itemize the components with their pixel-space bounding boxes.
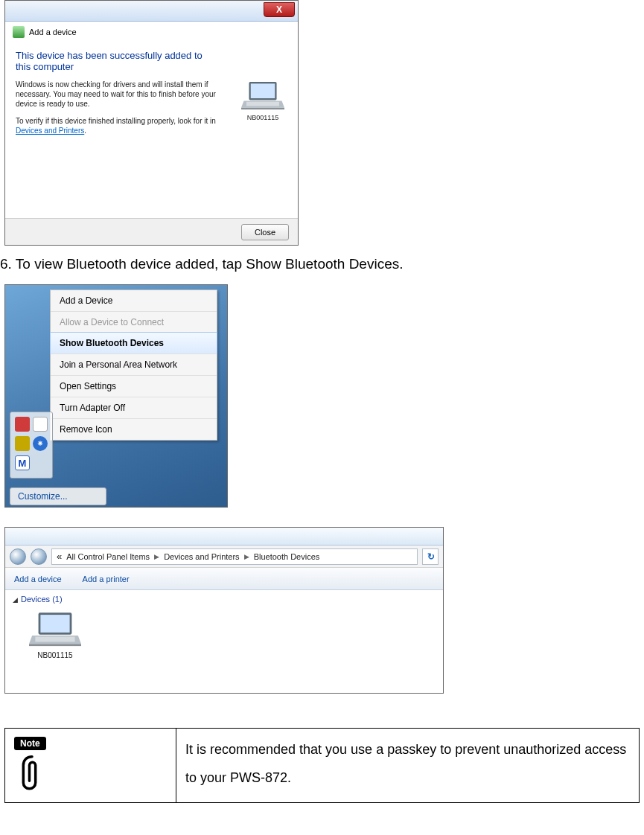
devices-section-label: Devices (1) xyxy=(21,595,63,604)
bluetooth-context-menu: Add a Device Allow a Device to Connect S… xyxy=(50,289,217,441)
collapse-icon: ◢ xyxy=(13,596,18,604)
nav-forward-button[interactable] xyxy=(31,548,47,565)
device-name-label: NB001115 xyxy=(22,651,89,659)
toolbar-add-printer[interactable]: Add a printer xyxy=(83,575,130,583)
tray-icon-3[interactable] xyxy=(15,436,30,451)
nav-back-button[interactable] xyxy=(10,548,26,565)
devices-section-header[interactable]: ◢Devices (1) xyxy=(5,590,443,605)
menu-allow-connect: Allow a Device to Connect xyxy=(51,311,217,333)
paired-device: NB001115 xyxy=(241,80,284,121)
paperclip-icon xyxy=(14,753,50,795)
crumb-bluetooth-devices[interactable]: Bluetooth Devices xyxy=(254,552,320,561)
explorer-toolbar: Add a device Add a printer xyxy=(5,568,443,590)
dialog-footer: Close xyxy=(5,218,298,245)
laptop-icon xyxy=(241,80,284,111)
device-item[interactable]: NB001115 xyxy=(22,610,89,659)
close-dialog-button[interactable]: Close xyxy=(241,224,289,240)
success-heading: This device has been successfully added … xyxy=(16,50,217,72)
info-text-2b: . xyxy=(84,127,86,135)
toolbar-add-device[interactable]: Add a device xyxy=(14,575,62,583)
tray-icon-2[interactable] xyxy=(33,417,48,432)
tray-overflow-panel: ⁕ M xyxy=(10,412,53,479)
tray-icon-1[interactable] xyxy=(15,417,30,432)
window-titlebar xyxy=(5,528,443,546)
dialog-title: Add a device xyxy=(29,28,77,36)
menu-remove-icon[interactable]: Remove Icon xyxy=(51,418,217,440)
crumb-devices-printers[interactable]: Devices and Printers xyxy=(164,552,240,561)
menu-turn-adapter-off[interactable]: Turn Adapter Off xyxy=(51,397,217,418)
note-badge: Note xyxy=(14,737,46,750)
menu-add-device[interactable]: Add a Device xyxy=(51,290,217,311)
note-icon-cell: Note xyxy=(5,729,176,803)
info-text-1: Windows is now checking for drivers and … xyxy=(16,80,224,109)
address-bar-row: « All Control Panel Items ▶ Devices and … xyxy=(5,546,443,568)
close-button[interactable]: X xyxy=(264,2,295,17)
bluetooth-devices-window: « All Control Panel Items ▶ Devices and … xyxy=(4,527,444,694)
menu-show-bluetooth-devices[interactable]: Show Bluetooth Devices xyxy=(50,332,217,354)
info-text-2a: To verify if this device finished instal… xyxy=(16,117,216,125)
add-device-icon xyxy=(13,26,25,38)
device-name: NB001115 xyxy=(241,114,284,121)
tray-icon-m[interactable]: M xyxy=(15,455,30,470)
note-text: It is recommended that you use a passkey… xyxy=(185,736,630,793)
menu-join-pan[interactable]: Join a Personal Area Network xyxy=(51,353,217,375)
step-6-instruction: 6. To view Bluetooth device added, tap S… xyxy=(0,256,644,272)
menu-open-settings[interactable]: Open Settings xyxy=(51,375,217,397)
refresh-button[interactable]: ↻ xyxy=(422,548,439,565)
note-table: Note It is recommended that you use a pa… xyxy=(4,728,640,803)
dialog-titlebar: X xyxy=(5,1,298,22)
customize-tray-link[interactable]: Customize... xyxy=(10,487,106,505)
breadcrumb-bar[interactable]: « All Control Panel Items ▶ Devices and … xyxy=(51,548,418,565)
crumb-all-items[interactable]: All Control Panel Items xyxy=(66,552,150,561)
add-device-dialog: X Add a device This device has been succ… xyxy=(4,0,299,246)
laptop-icon xyxy=(29,610,81,648)
devices-and-printers-link[interactable]: Devices and Printers xyxy=(16,127,84,135)
dialog-header: Add a device xyxy=(5,22,298,39)
note-text-cell: It is recommended that you use a passkey… xyxy=(176,729,640,803)
bluetooth-tray-icon[interactable]: ⁕ xyxy=(33,436,48,451)
info-text-2: To verify if this device finished instal… xyxy=(16,116,224,135)
tray-screenshot: Add a Device Allow a Device to Connect S… xyxy=(4,284,228,508)
